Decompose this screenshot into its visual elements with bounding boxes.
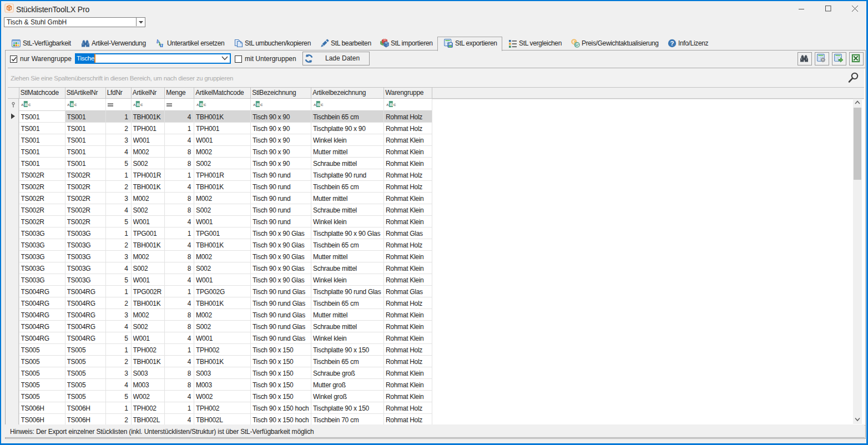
svg-text:A: A (21, 103, 24, 107)
svg-text:?: ? (670, 40, 674, 47)
svg-text:A: A (133, 103, 136, 107)
svg-text:C: C (140, 103, 143, 107)
svg-text:A: A (67, 103, 70, 107)
svg-text:A: A (314, 103, 316, 107)
svg-text:B: B (200, 102, 203, 107)
svg-text:B: B (137, 102, 140, 107)
svg-text:C: C (260, 103, 263, 107)
svg-text:A: A (386, 103, 389, 107)
svg-text:B: B (24, 102, 28, 107)
svg-text:C: C (393, 103, 396, 107)
svg-text:S: S (576, 42, 579, 48)
svg-text:C: C (320, 103, 323, 107)
svg-text:A: A (196, 103, 199, 107)
svg-text:B: B (70, 102, 74, 107)
svg-text:C: C (74, 103, 77, 107)
svg-text:B: B (256, 102, 260, 107)
svg-text:B: B (317, 102, 320, 107)
svg-text:a: a (160, 41, 163, 48)
svg-text:C: C (28, 103, 31, 107)
svg-text:C: C (203, 103, 206, 107)
svg-text:b: b (157, 39, 159, 44)
svg-text:A: A (253, 103, 256, 107)
svg-text:B: B (390, 102, 393, 107)
